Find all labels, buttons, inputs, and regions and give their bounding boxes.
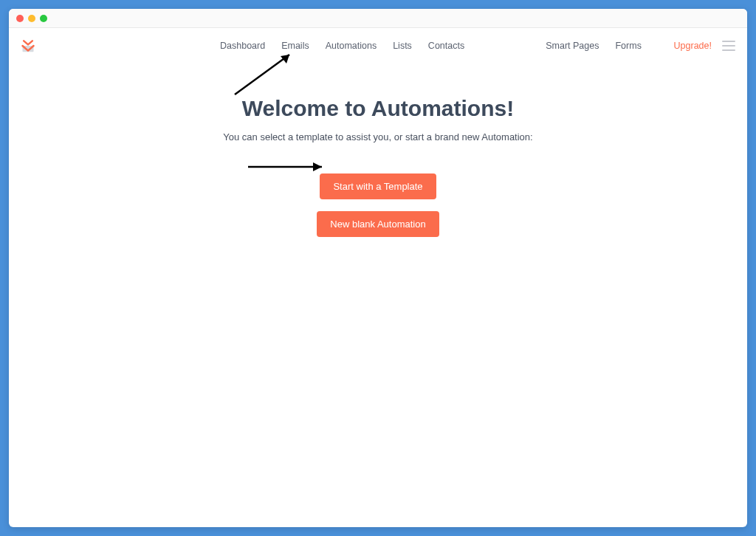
top-nav: Dashboard Emails Automations Lists Conta… xyxy=(9,28,747,63)
welcome-hero: Welcome to Automations! You can select a… xyxy=(9,96,747,237)
start-template-button[interactable]: Start with a Template xyxy=(320,173,436,199)
browser-window: Dashboard Emails Automations Lists Conta… xyxy=(9,9,747,527)
action-buttons: Start with a Template New blank Automati… xyxy=(9,173,747,237)
app-content: Dashboard Emails Automations Lists Conta… xyxy=(9,28,747,527)
nav-emails[interactable]: Emails xyxy=(281,41,309,51)
nav-smart-pages[interactable]: Smart Pages xyxy=(546,41,599,51)
minimize-window-button[interactable] xyxy=(28,15,35,22)
page-subtitle: You can select a template to assist you,… xyxy=(9,131,747,142)
menu-icon[interactable] xyxy=(722,41,735,51)
new-blank-button[interactable]: New blank Automation xyxy=(317,211,439,237)
page-title: Welcome to Automations! xyxy=(9,96,747,121)
primary-nav: Dashboard Emails Automations Lists Conta… xyxy=(220,41,464,51)
nav-right-cluster: Upgrade! xyxy=(674,41,735,51)
app-logo-icon[interactable] xyxy=(21,38,35,53)
nav-automations[interactable]: Automations xyxy=(326,41,377,51)
maximize-window-button[interactable] xyxy=(40,15,47,22)
upgrade-link[interactable]: Upgrade! xyxy=(674,41,712,51)
window-titlebar xyxy=(9,9,747,28)
nav-contacts[interactable]: Contacts xyxy=(428,41,464,51)
nav-forms[interactable]: Forms xyxy=(615,41,641,51)
close-window-button[interactable] xyxy=(16,15,24,22)
nav-lists[interactable]: Lists xyxy=(393,41,412,51)
window-controls xyxy=(16,15,47,22)
secondary-nav: Smart Pages Forms xyxy=(546,41,642,51)
nav-dashboard[interactable]: Dashboard xyxy=(220,41,265,51)
